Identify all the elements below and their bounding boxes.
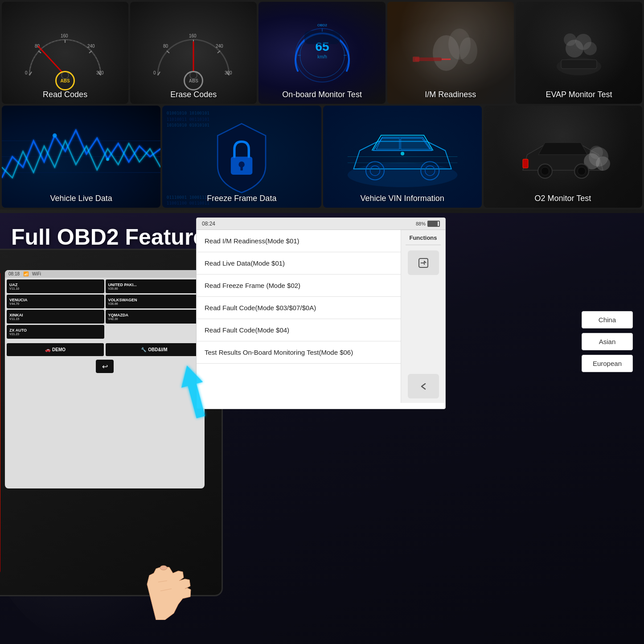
svg-text:320: 320 [225,70,232,75]
scanner-btn-united[interactable]: UNITED PAKI... V20.80 [106,279,203,293]
card-read-codes[interactable]: 0 80 160 240 320 ABS Read Codes [2,2,128,104]
card-onboard-monitor[interactable]: 65 km/h OBD2 On-board Monitor Test [258,2,385,104]
popup-battery: 88% [416,221,440,227]
svg-rect-37 [413,57,419,62]
feature-grid: 0 80 160 240 320 ABS Read Codes [0,0,644,209]
scanner-time: 08:18 [8,271,20,276]
scanner-back-btn[interactable]: ↩ [96,360,114,373]
sidebar-back-btn[interactable] [408,374,439,398]
region-buttons: China Asian European [582,311,633,372]
svg-point-35 [459,37,477,64]
card-evap-monitor[interactable]: EVAP Monitor Test [516,2,642,104]
bottom-section: Full OBD2 Features 08:18 [0,213,644,644]
obd2-features-title: Full OBD2 Features [11,224,218,250]
popup-item-5[interactable]: Read Fault Code(Mode $04) [197,319,401,341]
card-label-vin: Vehicle VIN Information [323,194,482,203]
card-vehicle-live-data[interactable]: Vehicle Live Data [2,106,160,208]
card-label-im: I/M Readiness [387,90,514,99]
popup-sidebar: Functions [401,230,445,403]
scanner-btn-volkswagen[interactable]: VOLKSWAGEN V28.66 [106,295,203,308]
popup-header: 08:24 88% [197,218,445,230]
card-o2-monitor[interactable]: O2 Monitor Test [484,106,642,208]
card-erase-codes[interactable]: 0 80 160 240 320 ABS Erase Codes [130,2,257,104]
popup-item-3[interactable]: Read Freeze Frame (Mode $02) [197,275,401,297]
svg-point-48 [53,133,57,138]
cyan-arrow [169,360,218,424]
svg-point-71 [590,146,603,159]
svg-text:OBD2: OBD2 [317,23,327,27]
scanner-btn-venucia[interactable]: VENUCIA V44.70 [7,295,104,308]
svg-text:320: 320 [96,70,104,75]
svg-text:01001010 10100101: 01001010 10100101 [167,111,210,115]
card-label-onboard: On-board Monitor Test [258,90,385,99]
svg-point-78 [160,566,167,570]
svg-text:160: 160 [189,33,197,38]
svg-text:80: 80 [163,44,168,49]
hand-pointer [120,531,218,622]
card-label-o2: O2 Monitor Test [484,194,642,203]
popup-menu-list: Read I/M Readiness(Mode $01) Read Live D… [197,230,401,403]
region-european[interactable]: European [582,355,633,372]
card-label-read-codes: Read Codes [2,90,128,99]
svg-text:160: 160 [61,33,68,38]
svg-point-58 [347,163,457,187]
popup-time: 08:24 [202,221,215,227]
card-im-readiness[interactable]: I/M Readiness [387,2,514,104]
popup-sidebar-title: Functions [406,234,441,245]
feature-row-1: 0 80 160 240 320 ABS Read Codes [2,2,642,104]
scanner-btn-uaz[interactable]: UAZ V11.10 [7,279,104,293]
scanner-btn-xinkai[interactable]: XINKAI V11.15 [7,310,104,324]
card-freeze-frame[interactable]: 01001010 10100101 11010011 00110101 1010… [162,106,321,208]
card-label-freeze: Freeze Frame Data [162,194,321,203]
popup-item-2[interactable]: Read Live Data(Mode $01) [197,252,401,275]
card-label-live: Vehicle Live Data [2,194,160,203]
svg-text:240: 240 [216,44,223,49]
card-label-evap: EVAP Monitor Test [516,90,642,99]
svg-text:11010011 00110101: 11010011 00110101 [167,117,210,122]
card-label-erase-codes: Erase Codes [130,90,257,99]
region-china[interactable]: China [582,311,633,328]
svg-point-65 [401,152,404,156]
scanner-btn-yqmazda[interactable]: YQMAZDA V42.30 [106,310,203,324]
scanner-button-grid: UAZ V11.10 UNITED PAKI... V20.80 VENUCIA… [5,278,205,340]
svg-text:0: 0 [25,70,28,75]
popup-item-1[interactable]: Read I/M Readiness(Mode $01) [197,230,401,252]
svg-rect-57 [241,166,243,171]
svg-text:0: 0 [153,70,156,75]
svg-point-43 [583,42,597,55]
svg-point-73 [541,167,549,175]
card-vehicle-vin[interactable]: Vehicle VIN Information [323,106,482,208]
sidebar-exit-btn[interactable] [408,250,439,275]
obd2-popup: 08:24 88% Read I/M Readiness(Mode $01) R… [196,217,446,409]
popup-item-4[interactable]: Read Fault Code(Mode $03/$07/$0A) [197,297,401,319]
svg-rect-28 [304,31,340,44]
popup-body: Read I/M Readiness(Mode $01) Read Live D… [197,230,445,403]
scanner-btn-zxauto[interactable]: ZX AUTO V21.23 [7,325,104,339]
svg-point-44 [564,33,576,46]
svg-rect-66 [523,159,528,168]
scanner-obd-btn[interactable]: 🔧 OBD&I/M [106,343,203,356]
popup-item-6[interactable]: Test Results On-Board Monitoring Test(Mo… [197,341,401,364]
svg-point-49 [106,158,109,161]
scanner-demo-btn[interactable]: 🚗 DEMO [7,343,104,356]
svg-text:240: 240 [87,44,95,49]
svg-text:10101010 01010101: 10101010 01010101 [167,123,210,127]
svg-point-75 [578,167,586,175]
feature-row-2: Vehicle Live Data 01001010 10100101 1101… [2,106,642,208]
svg-rect-40 [561,60,597,69]
svg-text:km/h: km/h [317,54,327,59]
svg-line-10 [38,46,65,75]
region-asian[interactable]: Asian [582,333,633,350]
